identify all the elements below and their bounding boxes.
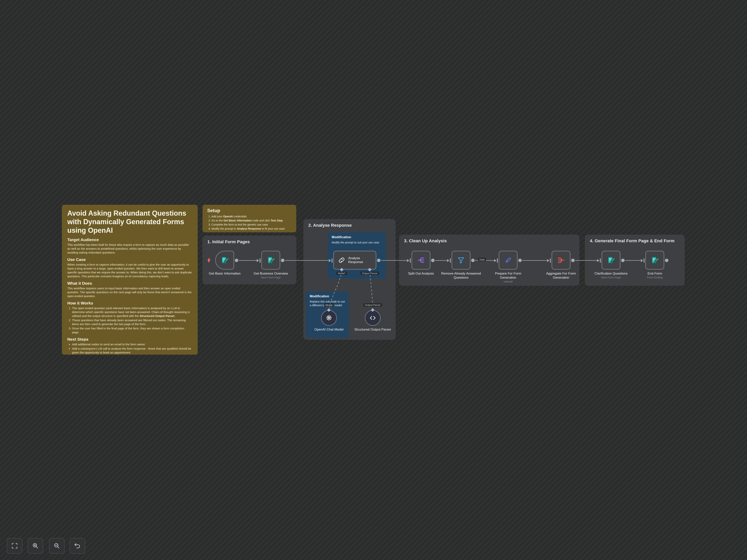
input-port[interactable] (447, 258, 451, 263)
node-label: OpenAI Chat Model (306, 327, 352, 331)
workflow-canvas[interactable]: 1. Initial Form Pages 2. Analyse Respons… (0, 0, 747, 560)
form-icon (607, 256, 615, 264)
node-remove-already-answered-questions[interactable] (452, 251, 470, 269)
undo-icon (74, 542, 81, 549)
note-body: When creating a form to capture informat… (67, 263, 192, 278)
form-icon (267, 256, 275, 264)
output-port[interactable] (377, 259, 381, 262)
setup-list: Add your OpenAI credentialsGo to the Get… (207, 215, 291, 231)
list-item: Once the user has filled in the final pa… (72, 326, 192, 334)
note-body: This workflow requires users to input ba… (67, 287, 192, 298)
node-get-business-overview[interactable] (261, 251, 280, 269)
trigger-bolt-icon (207, 258, 211, 263)
input-port[interactable] (494, 258, 498, 263)
section-title: 4. Generate Final Form Page & End Form (590, 238, 680, 243)
note-body: This workflow has been built for those w… (67, 243, 192, 255)
node-label: Remove Already Answered Questions (436, 271, 486, 279)
edit-fields-icon (504, 256, 512, 264)
note-heading-target-audience: Target Audience (67, 237, 192, 242)
list-item: Add a subsequent LLM call to analyse the… (72, 347, 192, 354)
list-item: Add your OpenAI credentials (211, 215, 291, 218)
connector (575, 260, 597, 261)
section-title: 1. Initial Form Pages (207, 239, 291, 244)
output-port[interactable] (665, 259, 668, 262)
node-split-out-analysis[interactable] (412, 251, 430, 269)
input-port[interactable] (597, 258, 601, 263)
sticky-title: Modification (332, 235, 382, 239)
connector (522, 260, 547, 261)
fit-view-icon (11, 542, 18, 549)
openai-icon: ❋ (326, 314, 332, 322)
note-heading-use-case: Use Case (67, 257, 192, 262)
connector (625, 260, 640, 261)
node-end-form[interactable] (645, 251, 664, 269)
node-analyse-response[interactable]: Analyse Response (333, 251, 376, 269)
connector (381, 260, 407, 261)
node-label: Prepare For Form Generation manual (487, 271, 530, 283)
node-aggregate-for-form-generation[interactable] (552, 251, 570, 269)
note-heading-setup: Setup (207, 208, 291, 213)
how-it-works-list: The open-ended question (and relevant ba… (67, 306, 192, 334)
node-label: End Form Form Ending (626, 271, 684, 279)
output-port[interactable] (518, 259, 522, 262)
link-icon (338, 256, 345, 264)
sticky-body: Modify the prompt to suit your use case (332, 241, 382, 244)
input-port[interactable] (640, 258, 645, 263)
connector (239, 260, 257, 261)
node-clarification-questions[interactable] (602, 251, 620, 269)
undo-button[interactable] (70, 538, 85, 554)
connector (435, 260, 447, 261)
node-label: Aggregate For Form Generation (539, 271, 584, 279)
next-steps-list: Add additional nodes to send an email to… (67, 342, 192, 354)
node-get-basic-information[interactable] (215, 251, 234, 269)
node-inline-label: Analyse Response (348, 256, 366, 264)
port-label-model: Model* (337, 272, 347, 275)
form-icon (651, 256, 659, 264)
input-port[interactable] (407, 258, 411, 263)
node-openai-chat-model[interactable]: ❋ (321, 310, 337, 326)
section-title: 3. Clean Up Analysis (404, 238, 574, 243)
code-icon (369, 314, 377, 322)
input-port[interactable] (328, 258, 333, 263)
output-port[interactable] (281, 259, 284, 262)
list-item: Add additional nodes to send an email to… (72, 342, 192, 346)
output-port[interactable] (621, 259, 625, 262)
output-port[interactable] (235, 259, 238, 262)
output-port[interactable] (571, 259, 575, 262)
fit-view-button[interactable] (7, 538, 22, 554)
output-port[interactable] (431, 259, 435, 262)
sticky-note-setup[interactable]: Setup Add your OpenAI credentialsGo to t… (203, 205, 296, 232)
input-port[interactable] (256, 258, 261, 263)
list-item: The open-ended question (and relevant ba… (72, 306, 192, 318)
port-label-output-parser: Output Parser (361, 272, 379, 275)
required-marker: * (345, 272, 346, 275)
connector-label-kept: Kept (478, 258, 486, 261)
note-heading-what-it-does: What it Does (67, 281, 192, 286)
form-icon (221, 256, 229, 264)
filter-icon (457, 256, 465, 264)
connector (285, 260, 328, 261)
port-label-model: Model (324, 303, 334, 306)
zoom-out-icon (53, 542, 60, 549)
split-out-icon (417, 256, 425, 264)
node-structured-output-parser[interactable] (365, 310, 381, 326)
aggregate-icon (557, 256, 565, 264)
zoom-in-icon (32, 542, 39, 549)
list-item: Complete the form to test the generic us… (211, 223, 291, 226)
output-port[interactable] (471, 259, 475, 262)
note-heading-next-steps: Next Steps (67, 337, 192, 342)
note-heading-how-it-works: How it Works (67, 301, 192, 305)
node-prepare-for-form-generation[interactable] (499, 251, 517, 269)
section-title: 2. Analyse Response (308, 223, 391, 228)
sticky-note-description[interactable]: Avoid Asking Redundant Questions with Dy… (62, 205, 198, 355)
list-item: Go to the Get Basic Information node and… (211, 219, 291, 222)
zoom-out-button[interactable] (49, 538, 65, 554)
zoom-in-button[interactable] (28, 538, 43, 554)
port-label-output-parser: Output Parser (364, 303, 382, 306)
list-item: Those questions that have already been a… (72, 318, 192, 326)
node-label: Structured Output Parser (350, 327, 396, 331)
input-port[interactable] (547, 258, 551, 263)
list-item: Modify the prompt in Analyse Response to… (211, 227, 291, 231)
sticky-title: Modification (310, 294, 345, 298)
node-label: Get Business Overview Next Form Page (241, 271, 300, 279)
